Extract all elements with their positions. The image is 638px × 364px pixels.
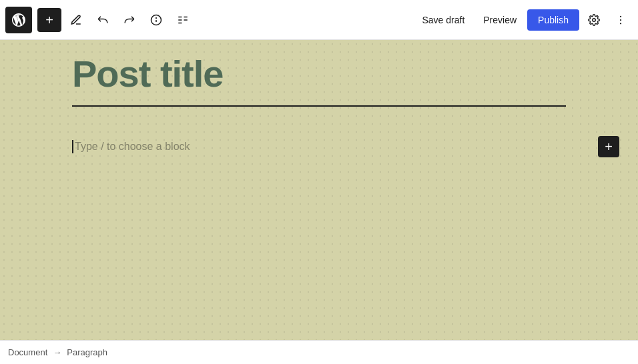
text-cursor: [72, 140, 73, 153]
list-view-icon: [177, 14, 189, 26]
tools-icon: [70, 14, 82, 26]
main-toolbar: +: [0, 0, 638, 40]
redo-button[interactable]: [117, 8, 141, 32]
preview-button[interactable]: Preview: [475, 11, 525, 29]
block-placeholder-text: Type / to choose a block: [75, 141, 190, 153]
more-options-button[interactable]: [609, 8, 633, 32]
tools-button[interactable]: [64, 8, 88, 32]
svg-point-10: [620, 19, 621, 20]
info-button[interactable]: [144, 8, 168, 32]
status-bar: Document → Paragraph: [0, 340, 638, 364]
wordpress-icon: [11, 12, 27, 28]
plus-icon: +: [45, 13, 53, 27]
more-options-icon: [615, 14, 627, 26]
info-icon: [150, 14, 162, 26]
title-divider: [72, 105, 566, 107]
settings-gear-icon: [588, 14, 600, 26]
add-block-button[interactable]: +: [37, 8, 61, 32]
svg-point-8: [593, 18, 596, 21]
list-view-button[interactable]: [171, 8, 195, 32]
editor-content: Post title Type / to choose a block +: [72, 53, 566, 160]
document-label[interactable]: Document: [8, 347, 47, 357]
wp-logo[interactable]: [5, 7, 32, 33]
svg-point-9: [620, 15, 621, 17]
undo-icon: [97, 14, 109, 26]
breadcrumb-arrow: →: [53, 347, 61, 357]
settings-button[interactable]: [582, 8, 606, 32]
editor-area: Post title Type / to choose a block +: [0, 40, 638, 340]
block-placeholder-area[interactable]: Type / to choose a block +: [72, 133, 566, 160]
save-draft-button[interactable]: Save draft: [414, 11, 472, 29]
plus-icon-inline: +: [605, 140, 613, 153]
toolbar-right-actions: Save draft Preview Publish: [414, 8, 633, 32]
inline-add-block-button[interactable]: +: [598, 136, 619, 157]
undo-button[interactable]: [91, 8, 115, 32]
post-title[interactable]: Post title: [72, 53, 566, 95]
redo-icon: [123, 14, 135, 26]
publish-button[interactable]: Publish: [527, 9, 579, 31]
paragraph-label[interactable]: Paragraph: [67, 347, 107, 357]
svg-point-11: [620, 23, 621, 24]
